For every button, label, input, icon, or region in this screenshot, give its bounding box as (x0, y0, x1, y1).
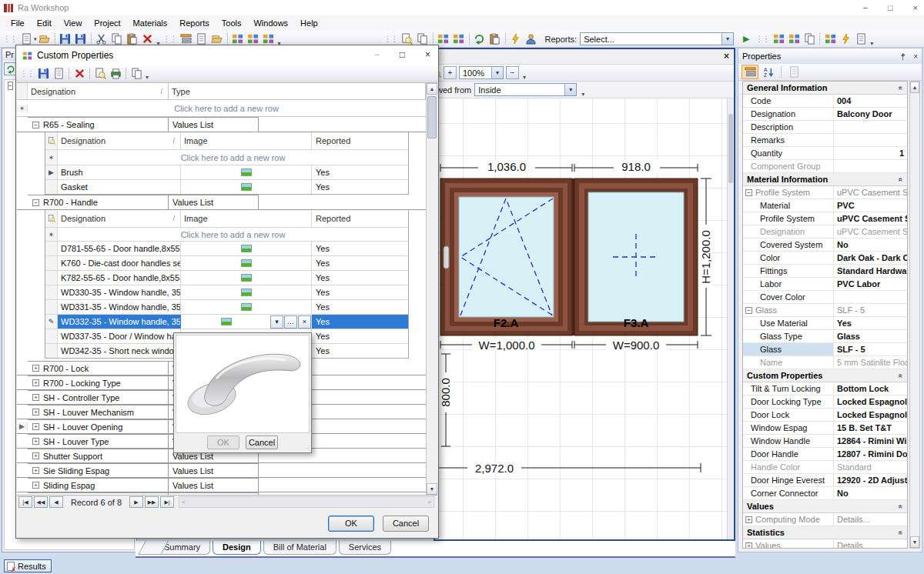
expand-icon[interactable]: + (32, 452, 39, 459)
collapse-section-icon[interactable]: « (897, 504, 906, 509)
cutting-list-icon[interactable] (786, 32, 802, 46)
dialog-maximize-icon[interactable]: □ (400, 49, 405, 60)
property-group-row[interactable]: +ValuesDetails... (743, 539, 907, 549)
new-dropdown-icon[interactable]: ▾ (34, 36, 37, 42)
record-next-page-icon[interactable]: ▶▶ (145, 496, 159, 508)
table-row[interactable]: Gasket Yes (45, 179, 408, 194)
menu-edit[interactable]: Edit (31, 17, 58, 29)
table-row[interactable]: WD331-35 - Window handle, 35m...Yes (45, 299, 408, 314)
column-header-type[interactable]: Type (169, 83, 426, 99)
property-row[interactable]: Quantity1 (743, 147, 907, 160)
group-row[interactable]: +Sliding EspagValues List (17, 478, 426, 492)
canvas-vertical-scrollbar[interactable] (727, 98, 734, 539)
scroll-down-icon[interactable]: ▼ (427, 483, 437, 495)
tab-bill-of-material[interactable]: Bill of Material (263, 541, 336, 555)
expand-icon[interactable]: + (32, 365, 39, 372)
property-row[interactable]: Window Espag15 B. Set T&T (743, 422, 907, 435)
image-thumbnail-icon[interactable] (241, 169, 252, 176)
pin-icon[interactable] (899, 52, 907, 61)
expand-icon[interactable]: + (32, 438, 39, 445)
dialog-close-icon[interactable]: × (425, 49, 430, 60)
dialog-export-icon[interactable] (51, 66, 66, 80)
property-row[interactable]: Code004 (743, 95, 907, 108)
expand-icon[interactable]: + (745, 542, 752, 549)
dialog-print-icon[interactable] (108, 66, 123, 80)
toolbar-grip[interactable]: ⋮⋮ (754, 35, 771, 43)
property-row[interactable]: MaterialPVC (743, 199, 907, 212)
dialog-toolbar-overflow-icon[interactable]: ▾ (144, 74, 150, 81)
toolbar-grip[interactable]: ⋮⋮ (162, 35, 179, 43)
toolbar-grip[interactable]: ⋮⋮ (2, 35, 18, 43)
property-row[interactable]: Description (743, 121, 907, 134)
reports-select[interactable]: Select... ▾ (580, 32, 734, 45)
cut-icon[interactable] (94, 32, 109, 46)
property-group-row[interactable]: +Computing ModeDetails... (743, 513, 907, 526)
zoom-dropdown-icon[interactable]: ▾ (491, 67, 503, 78)
image-browse-icon[interactable]: … (284, 315, 297, 329)
copy-icon[interactable] (109, 32, 125, 46)
resize-grip-icon[interactable]: .: (306, 443, 310, 450)
scroll-left-icon[interactable]: < (182, 499, 186, 506)
results-panel-button[interactable]: Results (4, 559, 52, 572)
dialog-minimize-icon[interactable]: − (374, 49, 380, 60)
menu-file[interactable]: File (5, 17, 31, 29)
save-all-icon[interactable] (73, 32, 89, 46)
toolbar-grip[interactable]: ⋮⋮ (383, 35, 400, 43)
estimate-icon[interactable] (415, 32, 430, 46)
table-row[interactable]: ▶ Brush Yes (45, 165, 408, 179)
popup-ok-button[interactable]: OK (207, 436, 239, 449)
property-group-row[interactable]: −GlassSLF - 5 (743, 304, 907, 317)
toolbar-grip[interactable]: ⋮⋮ (18, 69, 35, 78)
menu-tools[interactable]: Tools (216, 17, 248, 29)
zoom-level-select[interactable]: 100% ▾ (459, 66, 504, 79)
user-settings-icon[interactable] (524, 32, 539, 46)
grid-vertical-scrollbar[interactable]: ▲ ▼ (426, 83, 437, 495)
property-row[interactable]: ColorDark Oak - Dark Oa... (743, 252, 907, 265)
table-row[interactable]: WD330-35 - Window handle, 35m...Yes (45, 285, 408, 299)
menu-help[interactable]: Help (294, 17, 324, 29)
property-row[interactable]: FittingsStandard Hardware ... (743, 265, 907, 278)
add-new-row[interactable]: ✶ Click here to add a new row (45, 149, 408, 165)
menu-view[interactable]: View (58, 17, 89, 29)
property-row[interactable]: Door Locking TypeLocked Espagnolette (743, 395, 907, 409)
viewed-from-dropdown-icon[interactable]: ▾ (564, 84, 576, 95)
document-close-icon[interactable]: × (724, 51, 729, 62)
expand-icon[interactable]: + (32, 394, 39, 401)
warehouse-icon[interactable] (246, 32, 261, 46)
image-thumbnail-icon[interactable] (241, 259, 252, 267)
property-row[interactable]: Covered SystemNo (743, 239, 907, 252)
horizontal-scrollbar[interactable]: < > (179, 496, 434, 508)
tools-icon[interactable] (838, 32, 853, 46)
property-row[interactable]: Door Handle12807 - Rimini Door... (743, 448, 907, 461)
tab-design[interactable]: Design (213, 541, 261, 555)
toolbar-overflow-icon[interactable]: ▾ (869, 40, 875, 47)
reports-dropdown-icon[interactable]: ▾ (721, 33, 733, 45)
record-first-icon[interactable]: |◀ (18, 496, 32, 508)
record-prev-page-icon[interactable]: ◀◀ (34, 496, 48, 508)
property-group-row[interactable]: −Profile SystemuPVC Casement System (743, 186, 907, 199)
zoom-out-button[interactable]: − (506, 66, 519, 79)
image-thumbnail-icon[interactable] (241, 245, 252, 252)
zoom-in-button[interactable]: + (444, 66, 457, 79)
refresh-project-icon[interactable] (472, 32, 487, 46)
expand-icon[interactable]: + (32, 379, 39, 386)
section-material-information[interactable]: Material Information« (743, 173, 907, 186)
import-icon[interactable] (209, 32, 225, 46)
add-window-icon[interactable] (436, 32, 451, 46)
table-row[interactable]: K782-55-65 - Door handle,8x55-6...Yes (45, 270, 408, 285)
expand-icon[interactable]: + (32, 482, 39, 489)
expand-icon[interactable]: + (32, 423, 39, 430)
viewed-from-select[interactable]: Inside ▾ (474, 83, 577, 96)
drawing-canvas[interactable]: F2.A F3.A 1,036.0 918.0 H=1,200.0 (435, 98, 734, 539)
menu-project[interactable]: Project (88, 17, 126, 29)
table-row[interactable]: K760 - Die-cast door handles set ...Yes (45, 255, 408, 270)
save-icon[interactable] (58, 32, 73, 46)
run-report-icon[interactable]: ▶ (738, 32, 754, 46)
section-values[interactable]: Values« (743, 500, 907, 513)
quick-compute-icon[interactable] (508, 32, 524, 46)
dialog-print-preview-icon[interactable] (92, 66, 108, 80)
collapse-section-icon[interactable]: « (897, 85, 906, 90)
zoom-toolbar-overflow-icon[interactable]: ▾ (521, 74, 527, 81)
tab-services[interactable]: Services (339, 541, 391, 555)
materials-icon[interactable] (230, 32, 246, 46)
